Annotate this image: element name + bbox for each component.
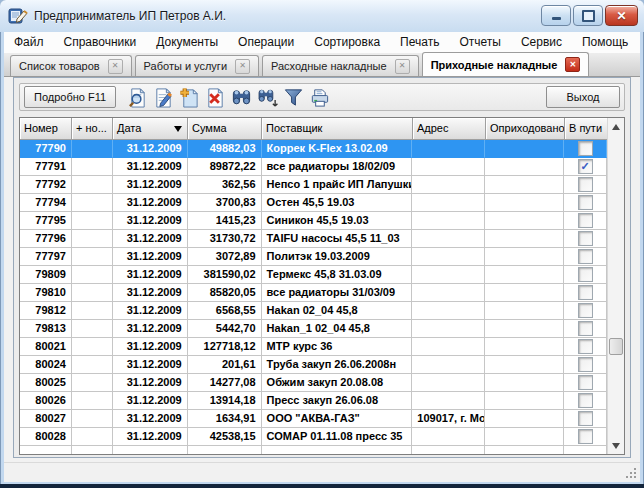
- detail-button[interactable]: Подробно F11: [24, 86, 116, 108]
- column-header-number[interactable]: Номер: [20, 118, 72, 140]
- cell-address: [412, 392, 485, 410]
- exit-button[interactable]: Выход: [546, 86, 620, 108]
- in-transit-checkbox[interactable]: [578, 339, 593, 354]
- tab-goods-list[interactable]: Список товаров ✕: [10, 55, 132, 76]
- in-transit-checkbox[interactable]: [578, 375, 593, 390]
- menu-reports[interactable]: Отчеты: [449, 32, 510, 53]
- menu-directories[interactable]: Справочники: [54, 32, 147, 53]
- column-header-supplier[interactable]: Поставщик: [262, 118, 413, 140]
- tab-close-icon[interactable]: ✕: [395, 59, 410, 74]
- maximize-icon: [582, 10, 595, 22]
- menu-help[interactable]: Помощь: [572, 32, 638, 53]
- find-next-icon[interactable]: [254, 85, 280, 109]
- menu-file[interactable]: Файл: [4, 32, 54, 53]
- in-transit-checkbox[interactable]: [578, 357, 593, 372]
- window-bottom-edge: [0, 484, 644, 488]
- in-transit-checkbox[interactable]: [578, 159, 593, 174]
- close-button[interactable]: ✕: [605, 5, 638, 26]
- table-row[interactable]: 8002531.12.200914277,08Обжим закуп 20.08…: [20, 374, 607, 392]
- in-transit-checkbox[interactable]: [578, 249, 593, 264]
- cell-address: [412, 194, 485, 212]
- table-row[interactable]: 7779731.12.20093072,89Политэк 19.03.2009: [20, 248, 607, 266]
- find-icon[interactable]: [228, 85, 254, 109]
- menu-print[interactable]: Печать: [390, 32, 449, 53]
- in-transit-checkbox[interactable]: [578, 429, 593, 444]
- tab-close-icon[interactable]: ✕: [108, 59, 123, 74]
- menu-service[interactable]: Сервис: [511, 32, 572, 53]
- cell-supplier: TAIFU насосы 45,5 11_03: [262, 230, 413, 248]
- table-row[interactable]: 7779131.12.200989872,22все радиаторы 18/…: [20, 158, 607, 176]
- column-header-in_transit[interactable]: В пути: [565, 118, 608, 140]
- tab-income-invoices[interactable]: Приходные накладные ✕: [422, 52, 590, 76]
- cell-supplier: Коррек K-Flex 13.02.09: [262, 140, 413, 158]
- cell-supplier: все радиаторы 31/03/09: [262, 284, 413, 302]
- status-bar: [4, 462, 640, 482]
- menu-sorting[interactable]: Сортировка: [304, 32, 390, 53]
- preview-icon[interactable]: [124, 85, 150, 109]
- cell-sum: 13914,18: [188, 392, 262, 410]
- in-transit-checkbox[interactable]: [578, 195, 593, 210]
- cell-sum: 1634,91: [188, 410, 262, 428]
- cell-date: 31.12.2009: [113, 374, 188, 392]
- print-icon[interactable]: [306, 85, 332, 109]
- in-transit-checkbox[interactable]: [578, 303, 593, 318]
- app-window: Предприниматель ИП Петров А.И. ✕ Файл Сп…: [0, 0, 644, 488]
- cell-number: 80028: [20, 428, 72, 446]
- table-row[interactable]: 7981331.12.20095442,70Hakan_1 02_04 45,8: [20, 320, 607, 338]
- scroll-down-button[interactable]: [608, 437, 624, 454]
- table-row[interactable]: 7980931.12.2009381590,02Термекс 45,8 31.…: [20, 266, 607, 284]
- tab-close-icon[interactable]: ✕: [235, 59, 250, 74]
- cell-address: [412, 446, 485, 455]
- cell-number: 79809: [20, 266, 72, 284]
- menu-bar: Файл Справочники Документы Операции Сорт…: [4, 32, 640, 54]
- scroll-up-button[interactable]: [608, 118, 624, 135]
- column-header-plus_no[interactable]: + но...: [72, 118, 113, 140]
- table-row[interactable]: 7779431.12.20093700,83Остен 45,5 19.03: [20, 194, 607, 212]
- table-row[interactable]: 8002631.12.200913914,18Пресс закуп 26.06…: [20, 392, 607, 410]
- table-row[interactable]: 7981031.12.200985820,05все радиаторы 31/…: [20, 284, 607, 302]
- table-row[interactable]: 7779531.12.20091415,23Синикон 45,5 19.03: [20, 212, 607, 230]
- filter-icon[interactable]: [280, 85, 306, 109]
- edit-icon[interactable]: [150, 85, 176, 109]
- in-transit-checkbox[interactable]: [578, 141, 593, 156]
- in-transit-checkbox[interactable]: [578, 411, 593, 426]
- table-row[interactable]: 7981231.12.20096568,55Hakan 02_04 45,8: [20, 302, 607, 320]
- menu-operations[interactable]: Операции: [228, 32, 304, 53]
- table-row[interactable]: 8002831.12.200942538,15СОМАР 01.11.08 пр…: [20, 428, 607, 446]
- tab-works-services[interactable]: Работы и услуги ✕: [135, 55, 259, 76]
- add-icon[interactable]: [176, 85, 202, 109]
- table-row[interactable]: 7779031.12.200949882,03Коррек K-Flex 13.…: [20, 140, 607, 158]
- scroll-thumb[interactable]: [609, 338, 623, 355]
- table-row[interactable]: 7779231.12.2009362,56Непсо 1 прайс ИП Ла…: [20, 176, 607, 194]
- in-transit-checkbox[interactable]: [578, 285, 593, 300]
- delete-icon[interactable]: [202, 85, 228, 109]
- cell-sum: 3700,83: [188, 194, 262, 212]
- in-transit-checkbox[interactable]: [578, 321, 593, 336]
- cell-in_transit: [564, 446, 607, 455]
- resize-grip[interactable]: [625, 468, 636, 479]
- table-row[interactable]: 8002731.12.20091634,91ООО "АКВА-ГАЗ"1090…: [20, 410, 607, 428]
- table-row[interactable]: 8002431.12.2009201,61Труба закуп 26.06.2…: [20, 356, 607, 374]
- maximize-button[interactable]: [573, 5, 603, 26]
- column-header-date[interactable]: Дата: [113, 118, 188, 140]
- in-transit-checkbox[interactable]: [578, 267, 593, 282]
- in-transit-checkbox[interactable]: [578, 177, 593, 192]
- tab-close-icon[interactable]: ✕: [565, 57, 580, 72]
- in-transit-checkbox[interactable]: [578, 231, 593, 246]
- cell-supplier: МТР курс 36: [262, 338, 413, 356]
- in-transit-checkbox[interactable]: [578, 393, 593, 408]
- column-header-address[interactable]: Адрес: [413, 118, 486, 140]
- column-header-sum[interactable]: Сумма: [188, 118, 262, 140]
- vertical-scrollbar[interactable]: [607, 118, 624, 454]
- notebook-pencil-icon: [8, 6, 28, 26]
- menu-documents[interactable]: Документы: [146, 32, 228, 53]
- cell-date: 31.12.2009: [113, 338, 188, 356]
- cell-plus_no: [72, 140, 113, 158]
- column-header-received[interactable]: Оприходовано: [486, 118, 565, 140]
- minimize-button[interactable]: [541, 5, 571, 26]
- table-row[interactable]: 7779631.12.200931730,72TAIFU насосы 45,5…: [20, 230, 607, 248]
- tab-expense-invoices[interactable]: Расходные накладные ✕: [262, 55, 419, 76]
- in-transit-checkbox[interactable]: [578, 213, 593, 228]
- cell-address: [412, 302, 485, 320]
- table-row[interactable]: 8002131.12.2009127718,12МТР курс 36: [20, 338, 607, 356]
